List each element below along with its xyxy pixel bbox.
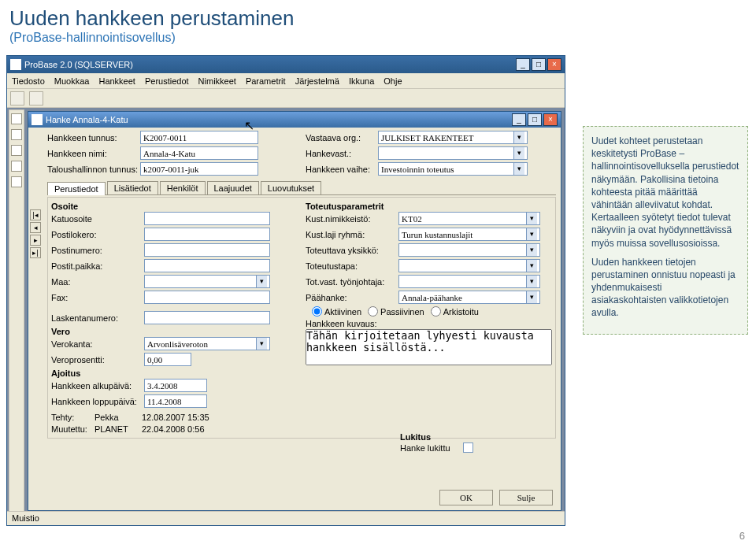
tab-laajuudet[interactable]: Laajuudet (207, 181, 259, 194)
loppu-label: Hankkeen loppupäivä: (51, 397, 144, 406)
aktiivinen-label: Aktiivinen (324, 307, 361, 317)
menu-ikkuna[interactable]: Ikkuna (349, 76, 374, 86)
alku-input[interactable] (144, 379, 207, 392)
maa-combo[interactable]: ▾ (144, 275, 270, 288)
nimi-label: Hankkeen nimi: (47, 149, 140, 158)
minimize-button[interactable]: _ (516, 58, 530, 71)
note-box: Uudet kohteet perustetaan keskitetysti P… (583, 126, 748, 335)
status-radios: Aktiivinen Passiivinen Arkistoitu (306, 306, 552, 317)
app-title: ProBase 2.0 (SQLSERVER) (24, 60, 133, 69)
tool-icon[interactable] (11, 113, 22, 124)
vastorg-combo[interactable]: JULKISET RAKENTEET▾ (378, 131, 528, 144)
maximize-button[interactable]: □ (532, 58, 546, 71)
totvast-combo[interactable]: ▾ (398, 275, 540, 288)
nav-next-button[interactable]: ▸ (30, 235, 41, 246)
tabs: Perustiedot Lisätiedot Henkilöt Laajuude… (47, 181, 556, 195)
menu-perustiedot[interactable]: Perustiedot (145, 76, 189, 86)
paah-combo[interactable]: Annala-päähanke▾ (398, 291, 540, 304)
lasknro-label: Laskentanumero: (51, 313, 144, 323)
fax-label: Fax: (51, 293, 144, 302)
katu-label: Katuosoite (51, 214, 144, 224)
kustnim-label: Kust.nimikkeistö: (306, 214, 398, 224)
tool-icon[interactable] (11, 129, 22, 140)
chevron-down-icon: ▾ (526, 291, 537, 303)
vaihe-label: Hankkeen vaihe: (306, 165, 378, 174)
tab-henkilot[interactable]: Henkilöt (160, 181, 206, 194)
ok-button[interactable]: OK (439, 490, 493, 505)
passiivinen-radio[interactable] (368, 306, 378, 317)
veropros-label: Veroprosentti: (51, 355, 144, 365)
postilok-input[interactable] (144, 228, 270, 241)
nimi-input[interactable] (140, 146, 258, 160)
tehty-user: Pekka (94, 413, 142, 422)
menu-parametrit[interactable]: Parametrit (246, 76, 286, 86)
toolbar-icon[interactable] (29, 91, 43, 106)
close-button[interactable]: × (547, 58, 561, 71)
child-title: Hanke Annala-4-Katu (46, 115, 128, 124)
tehty-date: 12.08.2007 15:35 (142, 413, 209, 422)
muut-date: 22.04.2008 0:56 (142, 424, 205, 434)
app-window: ProBase 2.0 (SQLSERVER) _ □ × Tiedosto M… (6, 55, 565, 526)
lasknro-input[interactable] (144, 311, 270, 324)
sulje-button[interactable]: Sulje (499, 490, 553, 505)
child-close-button[interactable]: × (543, 113, 558, 126)
tab-luovutukset[interactable]: Luovutukset (261, 181, 321, 194)
tool-icon[interactable] (11, 145, 22, 156)
tab-perustiedot[interactable]: Perustiedot (47, 182, 106, 195)
tottapa-label: Toteutustapa: (306, 261, 398, 271)
postinro-input[interactable] (144, 243, 270, 257)
nav-last-button[interactable]: ▸| (30, 247, 41, 258)
kustlaji-combo[interactable]: Turun kustannuslajit▾ (398, 228, 540, 241)
talous-input[interactable] (140, 162, 258, 176)
chevron-down-icon: ▾ (256, 338, 267, 350)
toolbar (7, 89, 565, 108)
kuvaus-label: Hankkeen kuvaus: (306, 319, 552, 328)
slide-subtitle: (ProBase-hallinnointisovellus) (0, 31, 756, 50)
toolbar-icon[interactable] (10, 91, 24, 106)
child-maximize-button[interactable]: □ (528, 113, 542, 126)
tab-lisatiedot[interactable]: Lisätiedot (107, 181, 158, 194)
tunnus-input[interactable] (140, 131, 258, 144)
verokanta-combo[interactable]: Arvonlisäveroton▾ (144, 337, 270, 350)
kustlaji-label: Kust.laji ryhmä: (306, 230, 398, 239)
totyks-combo[interactable]: ▾ (398, 243, 540, 257)
arkistoitu-label: Arkistoitu (443, 307, 479, 317)
tehty-label: Tehty: (51, 413, 94, 422)
tottapa-combo[interactable]: ▾ (398, 259, 540, 272)
child-minimize-button[interactable]: _ (512, 113, 526, 126)
menu-ohje[interactable]: Ohje (384, 76, 402, 86)
hankevast-combo[interactable]: ▾ (378, 146, 528, 160)
left-toolstrip (9, 109, 24, 518)
menu-nimikkeet[interactable]: Nimikkeet (198, 76, 236, 86)
vaihe-combo[interactable]: Investoinnin toteutus▾ (378, 162, 528, 176)
menu-jarjestelma[interactable]: Järjestelmä (295, 76, 339, 86)
veropros-input[interactable] (144, 353, 191, 366)
tool-icon[interactable] (11, 176, 22, 187)
chevron-down-icon: ▾ (526, 260, 537, 272)
fax-input[interactable] (144, 291, 270, 304)
app-titlebar: ProBase 2.0 (SQLSERVER) _ □ × (7, 56, 565, 73)
child-window: Hanke Annala-4-Katu _ □ × |◂ ◂ ▸ ▸| Hank… (28, 111, 561, 511)
postitp-input[interactable] (144, 259, 270, 272)
note-p1: Uudet kohteet perustetaan keskitetysti P… (591, 135, 739, 250)
lukitus-checkbox[interactable] (463, 442, 473, 453)
talous-label: Taloushallinnon tunnus: (47, 165, 140, 174)
note-p2: Uuden hankkeen tietojen perustaminen onn… (591, 256, 739, 320)
menu-muokkaa[interactable]: Muokkaa (54, 76, 90, 86)
tool-icon[interactable] (11, 161, 22, 172)
menu-tiedosto[interactable]: Tiedosto (12, 76, 45, 86)
loppu-input[interactable] (144, 394, 207, 408)
katu-input[interactable] (144, 212, 270, 225)
arkistoitu-radio[interactable] (431, 306, 441, 317)
passiivinen-label: Passiivinen (380, 307, 424, 317)
kustnim-combo[interactable]: KT02▾ (398, 212, 540, 225)
postinro-label: Postinumero: (51, 246, 144, 255)
nav-first-button[interactable]: |◂ (30, 209, 41, 220)
nav-prev-button[interactable]: ◂ (30, 222, 41, 233)
aktiivinen-radio[interactable] (312, 306, 322, 317)
paah-label: Päähanke: (306, 293, 398, 302)
param-header: Toteutusparametrit (306, 202, 552, 211)
menu-hankkeet[interactable]: Hankkeet (98, 76, 135, 86)
slide-title: Uuden hankkeen perustaminen (0, 0, 756, 31)
kuvaus-textarea[interactable]: Tähän kirjoitetaan lyhyesti kuvausta han… (306, 329, 552, 365)
